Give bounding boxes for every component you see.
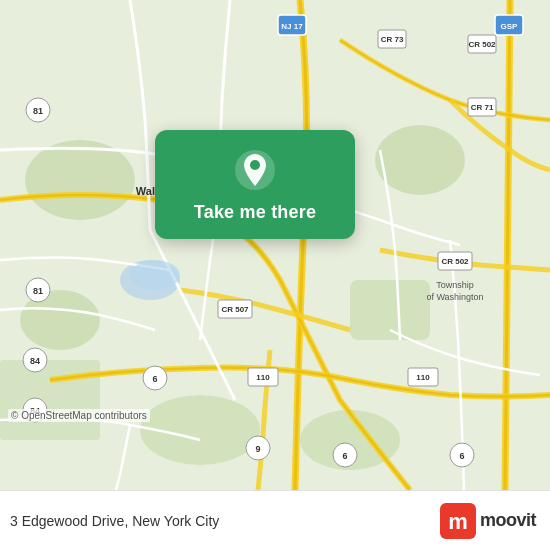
svg-point-46 xyxy=(130,260,180,290)
svg-rect-7 xyxy=(0,360,100,440)
svg-text:of Washington: of Washington xyxy=(426,292,483,302)
svg-text:CR 502: CR 502 xyxy=(441,257,469,266)
svg-point-3 xyxy=(375,125,465,195)
svg-text:81: 81 xyxy=(33,106,43,116)
svg-text:110: 110 xyxy=(416,373,430,382)
map-attribution: © OpenStreetMap contributors xyxy=(8,409,150,422)
svg-text:110: 110 xyxy=(256,373,270,382)
svg-text:GSP: GSP xyxy=(501,22,519,31)
svg-text:CR 502: CR 502 xyxy=(468,40,496,49)
svg-text:Township: Township xyxy=(436,280,474,290)
svg-text:CR 507: CR 507 xyxy=(221,305,249,314)
svg-text:NJ 17: NJ 17 xyxy=(281,22,303,31)
svg-point-48 xyxy=(250,160,260,170)
location-pin-icon xyxy=(233,148,277,192)
take-me-there-button[interactable]: Take me there xyxy=(155,130,355,239)
svg-point-1 xyxy=(25,140,135,220)
svg-text:CR 71: CR 71 xyxy=(471,103,494,112)
svg-text:CR 73: CR 73 xyxy=(381,35,404,44)
moovit-logo: m moovit xyxy=(440,503,536,539)
svg-text:6: 6 xyxy=(459,451,464,461)
svg-text:6: 6 xyxy=(342,451,347,461)
moovit-brand-text: moovit xyxy=(480,510,536,531)
map-container: 81 81 84 84 NJ 17 GSP CR 73 CR 71 CR 502… xyxy=(0,0,550,490)
address-text: 3 Edgewood Drive, New York City xyxy=(10,513,219,529)
take-me-there-label: Take me there xyxy=(194,202,316,223)
svg-text:6: 6 xyxy=(152,374,157,384)
svg-text:m: m xyxy=(448,509,468,534)
bottom-bar: 3 Edgewood Drive, New York City m moovit xyxy=(0,490,550,550)
moovit-brand-icon: m xyxy=(440,503,476,539)
svg-text:9: 9 xyxy=(255,444,260,454)
svg-text:81: 81 xyxy=(33,286,43,296)
svg-text:84: 84 xyxy=(30,356,40,366)
